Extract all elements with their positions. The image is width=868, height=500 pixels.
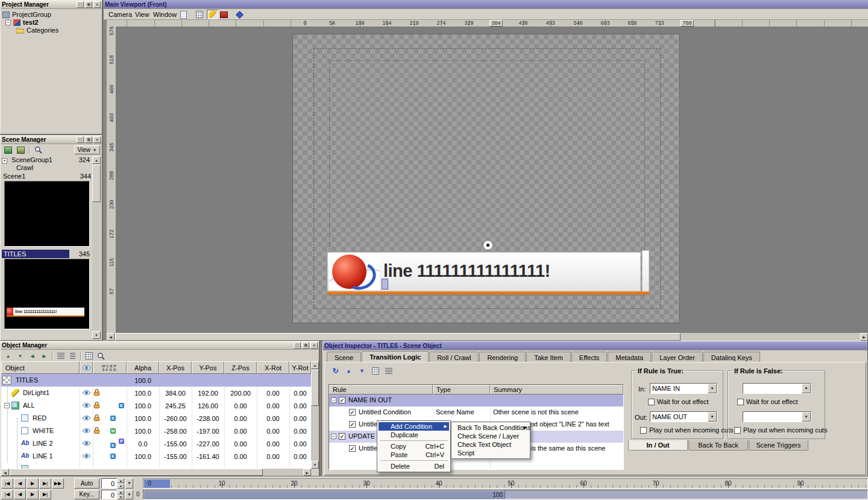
ruler-label-marker[interactable]: 768 bbox=[681, 20, 694, 27]
wait-out-effect-checkbox[interactable]: Wait for out effect bbox=[737, 398, 798, 405]
cell-zpos[interactable]: 0.00 bbox=[224, 450, 257, 463]
cell-yrot[interactable]: 0.00 bbox=[289, 399, 311, 412]
tab-transition-logic[interactable]: Transition Logic bbox=[362, 351, 429, 362]
layout-icon[interactable] bbox=[178, 10, 189, 19]
scrollbar-horizontal[interactable]: ◀ ▶ bbox=[107, 333, 868, 341]
tree-item-test2[interactable]: − test2 bbox=[5, 19, 39, 26]
expander-icon[interactable]: − bbox=[5, 20, 11, 25]
cell-alpha[interactable]: 100.0 bbox=[127, 450, 159, 463]
checkbox[interactable] bbox=[734, 427, 741, 434]
cell-yrot[interactable]: 0.00 bbox=[289, 425, 311, 437]
menu-item-duplicate[interactable]: Duplicate bbox=[379, 431, 449, 439]
menu-item-paste[interactable]: Paste Ctrl+V bbox=[379, 451, 449, 459]
cell-xpos[interactable]: 384.00 bbox=[159, 387, 192, 399]
ruler-label-marker[interactable]: 384 bbox=[489, 20, 503, 27]
cell-ypos[interactable]: 192.00 bbox=[192, 387, 224, 399]
cell-yrot[interactable]: 0.00 bbox=[289, 437, 311, 450]
cell-xpos[interactable]: 245.25 bbox=[159, 399, 192, 412]
flag-badge[interactable]: K bbox=[110, 416, 116, 421]
bottom-tab-in-out[interactable]: In / Out bbox=[628, 440, 688, 451]
cell-ypos[interactable]: -197.00 bbox=[192, 425, 224, 437]
lock-icon[interactable] bbox=[93, 388, 100, 397]
expander-icon[interactable]: − bbox=[331, 397, 336, 403]
in-effect-combo[interactable]: ▼ bbox=[743, 383, 811, 394]
scroll-down-icon[interactable]: ▼ bbox=[92, 331, 101, 339]
cell-ypos[interactable]: 126.00 bbox=[192, 399, 224, 412]
scene1-row[interactable]: Scene1 344 bbox=[3, 172, 91, 180]
eye-icon[interactable] bbox=[82, 428, 91, 435]
jump-end-button[interactable]: ▶| bbox=[39, 490, 51, 499]
move-rule-down-icon[interactable]: ▼ bbox=[356, 366, 368, 376]
move-right-icon[interactable]: ▶ bbox=[39, 351, 50, 361]
move-rule-up-icon[interactable]: ▲ bbox=[343, 366, 354, 376]
scroll-up-icon[interactable]: ▲ bbox=[92, 156, 101, 164]
scroll-down-icon[interactable]: ▼ bbox=[311, 461, 319, 469]
scrollbar-thumb[interactable] bbox=[115, 333, 681, 341]
collapse-tree-icon[interactable] bbox=[383, 366, 394, 376]
chevron-down-icon[interactable]: ▼ bbox=[802, 384, 811, 393]
cell-alpha[interactable]: 100.0 bbox=[127, 399, 159, 412]
scroll-up-icon[interactable]: ▲ bbox=[311, 361, 319, 369]
condition-row[interactable]: ✓ Untitled Condition Scene Name Other sc… bbox=[329, 407, 623, 419]
restore-icon[interactable]: □ bbox=[294, 342, 301, 349]
scrollbar-vertical[interactable]: ▲ ▼ bbox=[92, 156, 101, 339]
out-effect-combo[interactable]: NAME OUT ▼ bbox=[650, 411, 717, 422]
viewport-titlebar[interactable]: Main Viewport (Front) bbox=[104, 0, 868, 9]
cell-zpos[interactable]: 0.00 bbox=[224, 399, 257, 412]
close-icon[interactable]: × bbox=[93, 1, 101, 8]
scene-manager-titlebar[interactable]: Scene Manager □ ⊕ × bbox=[1, 136, 102, 144]
play-button[interactable]: ▶ bbox=[27, 478, 39, 489]
add-scene-icon[interactable] bbox=[15, 145, 27, 155]
condition-checkbox[interactable]: ✓ bbox=[349, 421, 356, 428]
frame-back-button[interactable]: ◀ bbox=[14, 490, 26, 499]
scroll-left-icon[interactable]: ◀ bbox=[1, 469, 9, 476]
object-manager-titlebar[interactable]: Object Manager □ ⊕ × bbox=[1, 341, 319, 350]
menu-item-add-condition[interactable]: Add Condition ▶ bbox=[379, 422, 449, 431]
table-row-titles[interactable]: TITLES 100.0 bbox=[1, 374, 311, 387]
chevron-down-icon[interactable]: ▼ bbox=[708, 384, 717, 393]
cell-yrot[interactable]: 0.00 bbox=[289, 412, 311, 425]
out-effect-combo[interactable]: ▼ bbox=[743, 411, 811, 422]
timeline-ruler[interactable]: 0 10 20 30 40 50 60 70 80 90 bbox=[143, 478, 868, 489]
expander-icon[interactable]: − bbox=[4, 403, 10, 408]
search-icon[interactable] bbox=[33, 145, 44, 155]
grid-icon[interactable] bbox=[193, 10, 205, 19]
spin-down-icon[interactable]: ▼ bbox=[118, 484, 124, 489]
menu-view[interactable]: View bbox=[135, 11, 149, 18]
column-header-zpos[interactable]: Z-Pos bbox=[224, 361, 257, 374]
scroll-right-icon[interactable]: ▶ bbox=[303, 469, 311, 476]
table-row-line1[interactable]: Ab LINE 1 K 100.0 -155.00 -161.40 0.00 0… bbox=[1, 450, 311, 463]
restore-icon[interactable]: □ bbox=[77, 1, 84, 8]
eye-icon[interactable] bbox=[82, 453, 91, 460]
column-header-ypos[interactable]: Y-Pos bbox=[192, 361, 224, 374]
jump-start-button[interactable]: |◀ bbox=[1, 490, 13, 499]
frame-field[interactable]: 0 bbox=[101, 478, 117, 489]
tree-item-projectgroup[interactable]: ProjectGroup bbox=[2, 11, 51, 18]
close-icon[interactable]: × bbox=[93, 136, 101, 143]
jump-start-button[interactable]: |◀ bbox=[1, 478, 13, 489]
timeline-range-bar[interactable]: 100 bbox=[143, 490, 868, 499]
in-effect-combo[interactable]: NAME IN ▼ bbox=[650, 383, 717, 394]
cell-zpos[interactable]: 200.00 bbox=[224, 387, 257, 399]
bottom-tab-back-to-back[interactable]: Back To Back bbox=[688, 440, 748, 451]
condition-checkbox[interactable]: ✓ bbox=[349, 409, 356, 416]
submenu-item-back-to-back[interactable]: Back To Back Conditions ▶ bbox=[453, 423, 529, 432]
column-header-xrot[interactable]: X-Rot bbox=[257, 361, 289, 374]
scrollbar-horizontal[interactable]: ◀ ▶ bbox=[1, 469, 311, 476]
ruler-horizontal[interactable]: 0 54 109 164 219 274 329 384 438 493 548… bbox=[116, 20, 868, 27]
lock-icon[interactable] bbox=[93, 426, 100, 435]
eye-icon[interactable] bbox=[82, 402, 91, 410]
tab-rendering[interactable]: Rendering bbox=[479, 352, 526, 362]
close-icon[interactable]: × bbox=[310, 342, 318, 349]
lower-third-text[interactable]: line 111111111111111! bbox=[383, 261, 550, 281]
pin-icon[interactable]: ⊕ bbox=[302, 342, 309, 349]
expander-icon[interactable]: − bbox=[331, 434, 336, 439]
bottom-tab-scene-triggers[interactable]: Scene Triggers bbox=[749, 440, 808, 451]
eye-icon[interactable] bbox=[82, 390, 91, 397]
column-header-object[interactable]: Object bbox=[1, 361, 80, 374]
scroll-right-icon[interactable]: ▶ bbox=[860, 333, 868, 341]
column-header-alpha[interactable]: Alpha bbox=[127, 361, 159, 374]
frame-spinner[interactable]: ▲ ▼ bbox=[118, 478, 124, 489]
column-header-yrot[interactable]: Y-Rot bbox=[289, 361, 311, 374]
play-out-checkbox[interactable]: Play out when incoming cuts bbox=[734, 426, 827, 434]
